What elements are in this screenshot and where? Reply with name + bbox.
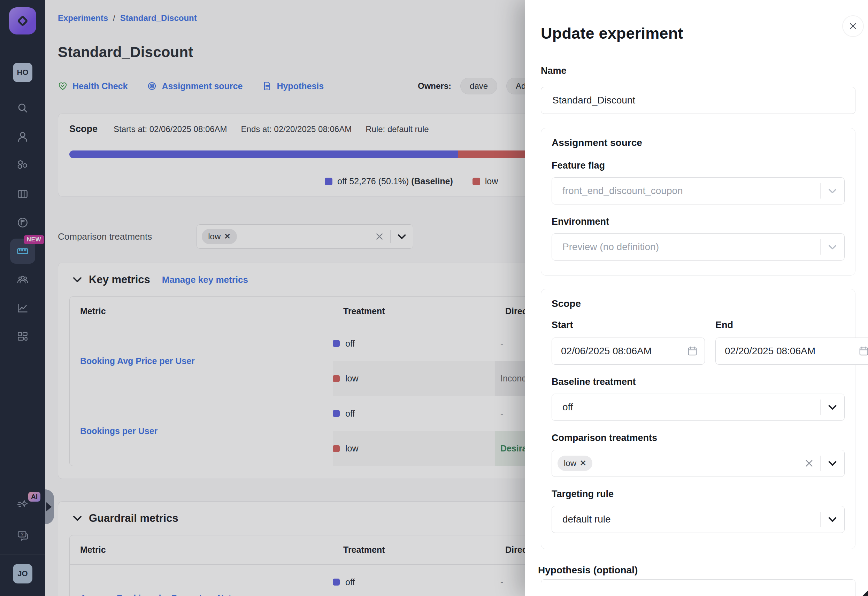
assignment-source-title: Assignment source (552, 137, 844, 148)
end-date-input[interactable]: 02/20/2025 08:06AM (715, 338, 868, 365)
panel-scope-card: Scope Start 02/06/2025 08:06AM End 02/20… (541, 289, 855, 549)
date-range-grid: Start 02/06/2025 08:06AM End 02/20/2025 … (552, 320, 844, 365)
targeting-rule-select[interactable]: default rule (552, 506, 844, 533)
chevron-down-icon[interactable] (821, 405, 844, 410)
chevron-down-icon[interactable] (821, 517, 844, 522)
panel-title: Update experiment (541, 24, 855, 43)
targeting-rule-label: Targeting rule (552, 489, 844, 500)
name-value: Standard_Discount (552, 95, 635, 106)
resize-corner-icon (862, 590, 868, 596)
targeting-rule-value: default rule (562, 514, 611, 525)
feature-flag-value: front_end_discount_coupon (562, 185, 683, 196)
baseline-treatment-value: off (562, 402, 573, 413)
end-label: End (715, 320, 733, 330)
start-label: Start (552, 320, 573, 330)
close-icon (849, 22, 858, 31)
calendar-icon[interactable] (687, 346, 698, 356)
hypothesis-textarea[interactable] (541, 579, 855, 596)
environment-label: Environment (552, 216, 844, 227)
chip-label: low (564, 459, 576, 468)
calendar-icon[interactable] (859, 346, 868, 356)
panel-comparison-label: Comparison treatments (552, 433, 844, 443)
panel-scope-title: Scope (552, 298, 844, 309)
assignment-source-card: Assignment source Feature flag front_end… (541, 128, 855, 276)
name-label: Name (541, 65, 855, 76)
modal-scrim[interactable] (0, 0, 525, 596)
chevron-down-icon[interactable] (821, 461, 844, 466)
feature-flag-select[interactable]: front_end_discount_coupon (552, 177, 844, 205)
screen: HO (0, 0, 868, 596)
chip-remove-icon[interactable]: ✕ (580, 459, 586, 468)
start-date-input[interactable]: 02/06/2025 08:06AM (552, 338, 705, 365)
baseline-treatment-label: Baseline treatment (552, 376, 844, 387)
treatment-chip-low[interactable]: low ✕ (558, 456, 592, 471)
close-button[interactable] (842, 15, 864, 37)
update-experiment-panel: Update experiment Name Standard_Discount… (525, 0, 868, 596)
environment-select[interactable]: Preview (no definition) (552, 233, 844, 261)
hypothesis-optional-label: Hypothesis (optional) (538, 565, 855, 576)
start-date-value: 02/06/2025 08:06AM (561, 345, 652, 357)
chevron-down-icon (821, 189, 844, 194)
feature-flag-label: Feature flag (552, 160, 844, 171)
clear-selection-icon[interactable] (798, 459, 820, 468)
name-input[interactable]: Standard_Discount (541, 87, 855, 114)
baseline-treatment-select[interactable]: off (552, 394, 844, 421)
panel-comparison-select[interactable]: low ✕ (552, 450, 844, 477)
end-date-value: 02/20/2025 08:06AM (725, 345, 815, 357)
chevron-down-icon (821, 245, 844, 250)
environment-value: Preview (no definition) (562, 241, 659, 252)
